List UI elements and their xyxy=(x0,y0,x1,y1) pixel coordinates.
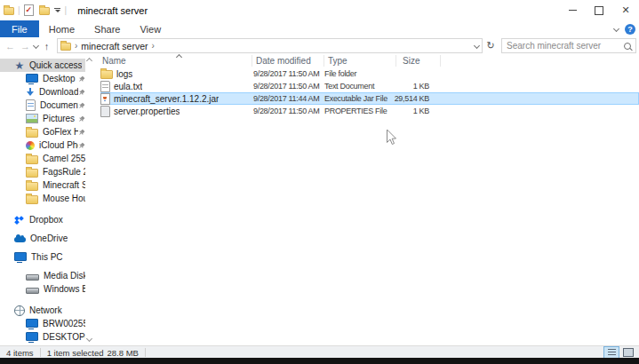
onedrive-cloud-icon xyxy=(14,237,26,242)
qat-new-folder-icon[interactable] xyxy=(39,7,50,15)
search-input[interactable] xyxy=(507,41,624,51)
sidebar-item-brw-printer[interactable]: BRW0025560AEF xyxy=(0,317,85,330)
jar-file-icon xyxy=(100,93,110,105)
tab-share[interactable]: Share xyxy=(84,20,130,37)
file-list: Name Date modified Type Size logs 9/28/2… xyxy=(93,54,639,345)
file-name: eula.txt xyxy=(114,82,142,91)
recent-locations-chevron-icon[interactable] xyxy=(33,43,39,49)
dropbox-icon xyxy=(14,216,25,225)
sidebar-item-network[interactable]: Network xyxy=(0,304,85,317)
sidebar-item-this-pc[interactable]: This PC xyxy=(0,250,85,264)
qat-properties-icon[interactable] xyxy=(24,4,34,16)
ribbon-collapse-chevron-icon[interactable] xyxy=(613,26,619,32)
column-header-type[interactable]: Type xyxy=(324,55,396,67)
details-view-button[interactable] xyxy=(604,347,619,359)
pin-icon xyxy=(78,75,85,83)
pin-icon xyxy=(78,142,85,149)
window-title: minecraft server xyxy=(77,5,148,16)
refresh-button[interactable]: ↻ xyxy=(483,38,499,53)
breadcrumb-separator: › xyxy=(75,41,77,51)
sidebar-item-mouse-house[interactable]: Mouse House 25 xyxy=(0,192,85,205)
network-globe-icon xyxy=(14,305,25,316)
address-dropdown-chevron-icon[interactable] xyxy=(474,43,480,49)
sidebar-item-downloads[interactable]: Downloads xyxy=(0,85,85,99)
tab-home[interactable]: Home xyxy=(39,20,84,37)
drive-icon xyxy=(26,274,39,281)
tab-view[interactable]: View xyxy=(130,20,171,37)
file-date: 9/28/2017 11:50 AM xyxy=(250,69,321,78)
window-controls: ✕ xyxy=(559,0,639,20)
search-box[interactable] xyxy=(501,38,636,53)
tab-file[interactable]: File xyxy=(0,20,39,37)
breadcrumb[interactable]: minecraft server xyxy=(81,41,148,51)
sidebar-item-goflex-home[interactable]: GoFlex Home xyxy=(0,125,85,138)
file-row-selected[interactable]: minecraft_server.1.12.2.jar 9/28/2017 11… xyxy=(100,92,639,105)
folder-icon xyxy=(26,129,38,138)
sidebar-item-pictures[interactable]: Pictures xyxy=(0,112,85,125)
file-size: 1 KB xyxy=(392,107,432,115)
drive-icon xyxy=(26,288,39,294)
bottom-black-strip xyxy=(0,358,639,364)
title-bar: | | minecraft server ✕ xyxy=(0,0,639,20)
sidebar-item-camel-25570[interactable]: Camel 25570 xyxy=(0,152,85,165)
sidebar-scroll-up-icon[interactable] xyxy=(87,54,92,65)
file-row[interactable]: eula.txt 9/28/2017 11:50 AM Text Documen… xyxy=(100,80,639,92)
column-header-date-modified[interactable]: Date modified xyxy=(252,55,324,67)
minimize-icon xyxy=(569,10,577,11)
qat-separator: | xyxy=(18,5,20,15)
column-header-size[interactable]: Size xyxy=(396,55,441,67)
address-bar[interactable]: › minecraft server › xyxy=(57,38,483,53)
file-row[interactable]: logs 9/28/2017 11:50 AM File folder xyxy=(100,67,639,80)
search-icon xyxy=(624,43,631,50)
file-size: 1 KB xyxy=(392,82,432,91)
sidebar-scroll-down-icon[interactable] xyxy=(87,332,92,343)
sidebar-item-fagsrule-25568[interactable]: FagsRule 25568 xyxy=(0,165,85,178)
maximize-button[interactable] xyxy=(586,0,612,20)
sidebar-item-windows-backup[interactable]: Windows Backup xyxy=(0,282,85,296)
address-folder-icon xyxy=(60,43,71,51)
breadcrumb-separator: › xyxy=(152,41,155,51)
pictures-icon xyxy=(26,114,38,123)
folder-icon xyxy=(26,182,38,191)
explorer-window-icon xyxy=(4,7,14,15)
status-bar: 4 items 1 item selected 28.8 MB xyxy=(0,345,639,359)
sidebar-item-desktop[interactable]: Desktop xyxy=(0,72,85,85)
network-pc-icon xyxy=(26,319,38,328)
status-divider xyxy=(145,348,146,357)
up-button[interactable]: ↑ xyxy=(39,41,54,51)
network-pc-icon xyxy=(26,332,38,341)
file-date: 9/28/2017 11:44 AM xyxy=(250,94,321,103)
thumbnails-view-button[interactable] xyxy=(621,347,635,359)
details-view-icon xyxy=(608,349,616,356)
minimize-button[interactable] xyxy=(559,0,586,20)
file-row[interactable]: server.properties 9/28/2017 11:50 AM PRO… xyxy=(100,105,639,117)
main-area: ★ Quick access Desktop Downloads Documen… xyxy=(0,54,639,345)
document-icon xyxy=(26,99,36,111)
folder-icon xyxy=(26,169,38,178)
ribbon-tab-bar: File Home Share View ? xyxy=(0,20,639,37)
forward-button[interactable]: → xyxy=(18,41,33,51)
sidebar-item-minecraft-server[interactable]: Minecraft Server xyxy=(0,178,85,192)
file-type: PROPERTIES File xyxy=(321,107,392,115)
view-toggle-group xyxy=(604,347,635,359)
sidebar-item-media-disk[interactable]: Media Disk (G:) xyxy=(0,269,85,282)
folder-icon xyxy=(26,155,38,164)
sidebar-item-icloud-photo[interactable]: iCloud Photo xyxy=(0,138,85,152)
sidebar-item-onedrive[interactable]: OneDrive xyxy=(0,232,85,245)
pin-icon xyxy=(78,102,85,109)
selection-count[interactable]: 1 item selected xyxy=(47,348,104,358)
sidebar-item-documents[interactable]: Documents xyxy=(0,99,85,112)
back-button[interactable]: ← xyxy=(3,41,18,51)
sidebar-item-dropbox[interactable]: Dropbox xyxy=(0,213,85,226)
qat-customize-dropdown-icon[interactable] xyxy=(54,8,61,12)
close-button[interactable]: ✕ xyxy=(612,0,639,20)
help-icon[interactable]: ? xyxy=(625,24,635,35)
selection-size: 28.8 MB xyxy=(108,348,139,358)
sidebar-item-quick-access[interactable]: ★ Quick access xyxy=(0,59,85,72)
sidebar-item-desktop-pc[interactable]: DESKTOP-4J8CD xyxy=(0,330,85,344)
qat-separator: | xyxy=(65,5,68,15)
pin-icon xyxy=(78,89,85,96)
navigation-pane: ★ Quick access Desktop Downloads Documen… xyxy=(0,54,93,345)
maximize-icon xyxy=(595,6,603,15)
file-name: minecraft_server.1.12.2.jar xyxy=(114,94,219,104)
